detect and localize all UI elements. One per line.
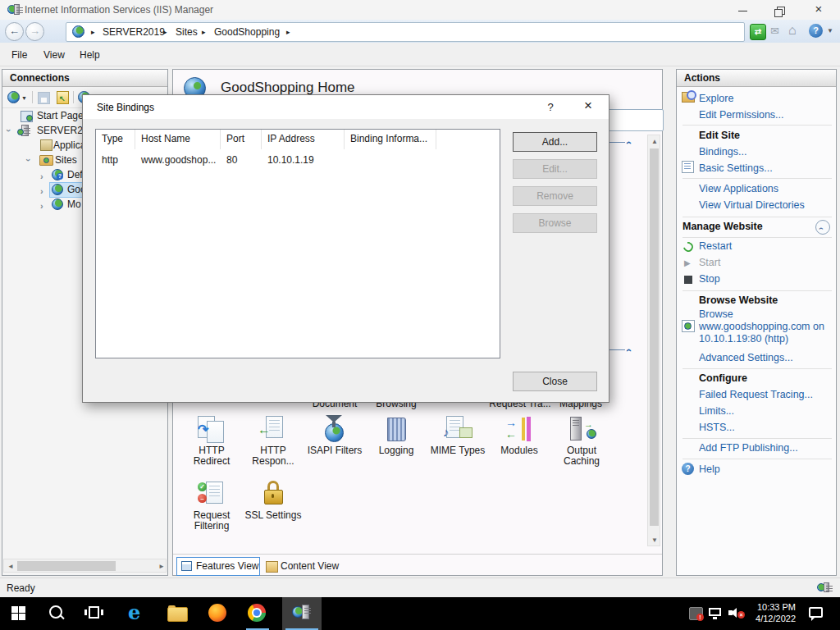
restore-button[interactable] — [761, 0, 798, 20]
tab-features-view[interactable]: Features View — [176, 557, 260, 576]
column-binding-information[interactable]: Binding Informa... — [345, 130, 436, 149]
action-explore[interactable]: Explore — [699, 93, 733, 104]
collapse-chevron-icon[interactable]: › — [40, 169, 43, 184]
feature-request-filtering[interactable]: ✓– Request Filtering — [181, 480, 242, 532]
breadcrumb[interactable]: ▸ SERVER2019 ▸ Sites ▸ GoodShopping ▸ — [66, 22, 745, 42]
save-connections-icon[interactable] — [38, 92, 50, 104]
feature-logging[interactable]: Logging — [366, 415, 427, 456]
refresh-icon[interactable]: ⇄ — [750, 24, 766, 40]
create-connection-icon[interactable] — [7, 91, 20, 103]
group-collapse-icon[interactable]: › — [623, 141, 634, 144]
menu-view[interactable]: View — [43, 49, 65, 61]
firefox-icon[interactable] — [208, 604, 226, 622]
action-restart[interactable]: Restart — [699, 240, 732, 252]
feature-http-redirect[interactable]: ↷ HTTP Redirect — [181, 415, 242, 467]
breadcrumb-server[interactable]: SERVER2019 — [103, 26, 165, 38]
start-button[interactable] — [11, 606, 25, 620]
scroll-up-icon[interactable]: ▲ — [651, 139, 658, 145]
collapse-chevron-icon[interactable]: › — [40, 184, 43, 199]
close-button[interactable]: × — [798, 0, 839, 20]
mail-icon[interactable]: ✉ — [770, 25, 779, 37]
action-help[interactable]: Help — [699, 463, 720, 475]
network-tray-icon[interactable] — [709, 608, 721, 616]
cache-arrow-icon: → — [584, 420, 593, 429]
search-icon[interactable] — [49, 605, 62, 619]
actions-header: Actions — [677, 70, 836, 87]
feature-http-response[interactable]: ← HTTP Respon... — [243, 415, 304, 467]
column-ip-address[interactable]: IP Address — [262, 130, 345, 149]
action-stop[interactable]: Stop — [699, 273, 720, 285]
chrome-icon[interactable] — [248, 604, 266, 622]
basic-settings-icon — [682, 161, 694, 173]
feature-mime-types[interactable]: ♪ MIME Types — [427, 415, 488, 456]
breadcrumb-goodshopping[interactable]: GoodShopping — [214, 26, 280, 38]
crumb-separator-icon: ▸ — [202, 28, 206, 36]
menu-file[interactable]: File — [11, 49, 27, 61]
bindings-list[interactable]: Type Host Name Port IP Address Binding I… — [95, 129, 500, 358]
expand-chevron-icon[interactable]: › — [2, 129, 16, 132]
action-center-icon[interactable] — [809, 607, 823, 618]
add-button[interactable]: Add... — [513, 132, 597, 152]
scroll-down-icon[interactable]: ▼ — [651, 537, 658, 544]
action-edit-permissions[interactable]: Edit Permissions... — [699, 109, 784, 121]
clock-date[interactable]: 4/12/2022 — [745, 614, 796, 624]
file-explorer-icon[interactable] — [167, 607, 188, 622]
action-hsts[interactable]: HSTS... — [699, 422, 735, 433]
action-browse-site[interactable]: Browse www.goodshopping.com on 10.10.1.1… — [699, 308, 835, 345]
scroll-thumb[interactable] — [650, 148, 659, 526]
action-add-ftp-publishing[interactable]: Add FTP Publishing... — [699, 442, 798, 454]
help-dropdown-icon[interactable]: ▼ — [827, 27, 833, 34]
server-manager-tray-icon[interactable]: ! — [689, 607, 703, 620]
scroll-left-icon[interactable]: ◄ — [7, 564, 14, 570]
column-host-name[interactable]: Host Name — [135, 130, 221, 149]
collapse-chevron-icon[interactable]: › — [40, 199, 43, 213]
breadcrumb-sites[interactable]: Sites — [176, 26, 198, 38]
column-type[interactable]: Type — [96, 130, 135, 149]
task-view-icon[interactable] — [89, 606, 99, 619]
window-title: Internet Information Services (IIS) Mana… — [25, 4, 213, 16]
action-bindings[interactable]: Bindings... — [699, 146, 746, 158]
home-icon[interactable]: ⌂ — [788, 23, 797, 38]
close-dialog-button[interactable]: Close — [513, 372, 597, 391]
action-view-virtual-directories[interactable]: View Virtual Directories — [699, 199, 805, 211]
section-manage-website: Manage Website — [682, 221, 763, 232]
column-port[interactable]: Port — [221, 130, 262, 149]
feature-modules[interactable]: →← Modules — [489, 415, 550, 456]
feature-ssl-settings[interactable]: SSL Settings — [243, 480, 304, 521]
connections-hscrollbar[interactable]: ◄ ► — [3, 559, 167, 573]
expand-chevron-icon[interactable]: › — [21, 158, 36, 162]
feature-isapi-filters[interactable]: ISAPI Filters — [304, 415, 365, 456]
action-failed-request-tracing[interactable]: Failed Request Tracing... — [699, 389, 813, 400]
dialog-close-icon[interactable]: × — [578, 98, 598, 114]
collapse-section-icon[interactable]: › — [815, 220, 830, 235]
forward-button[interactable]: → — [25, 22, 44, 41]
action-limits[interactable]: Limits... — [699, 405, 734, 417]
clock-time[interactable]: 10:33 PM — [745, 602, 796, 613]
site-globe-icon — [52, 199, 63, 210]
action-view-applications[interactable]: View Applications — [699, 183, 778, 194]
start-page-globe-icon — [26, 115, 33, 121]
help-icon[interactable]: ? — [809, 24, 823, 38]
scroll-right-icon[interactable]: ► — [158, 564, 165, 570]
back-button[interactable]: ← — [5, 22, 24, 41]
tab-content-view[interactable]: Content View — [262, 558, 344, 575]
start-icon: ▶ — [684, 258, 691, 267]
crumb-separator-icon: ▸ — [286, 28, 290, 36]
edge-icon[interactable]: e — [128, 600, 140, 624]
action-basic-settings[interactable]: Basic Settings... — [699, 162, 773, 174]
dialog-title-bar[interactable]: Site Bindings ? × — [83, 95, 609, 119]
dialog-help-icon[interactable]: ? — [542, 101, 559, 113]
menu-help[interactable]: Help — [80, 49, 100, 61]
create-connection-dropdown-icon[interactable]: ▼ — [21, 95, 27, 101]
iis-manager-taskbar-button[interactable] — [282, 597, 322, 630]
action-advanced-settings[interactable]: Advanced Settings... — [699, 352, 793, 363]
content-vscrollbar[interactable]: ▲ ▼ — [647, 135, 660, 546]
site-globe-icon — [72, 25, 84, 38]
edit-button: Edit... — [513, 159, 597, 179]
scroll-thumb[interactable] — [17, 561, 116, 571]
up-icon[interactable]: ↖ — [57, 91, 69, 104]
stop-icon — [684, 276, 692, 284]
minimize-button[interactable] — [724, 0, 761, 20]
feature-output-caching[interactable]: → Output Caching — [551, 415, 612, 467]
group-collapse-icon[interactable]: › — [623, 349, 634, 352]
